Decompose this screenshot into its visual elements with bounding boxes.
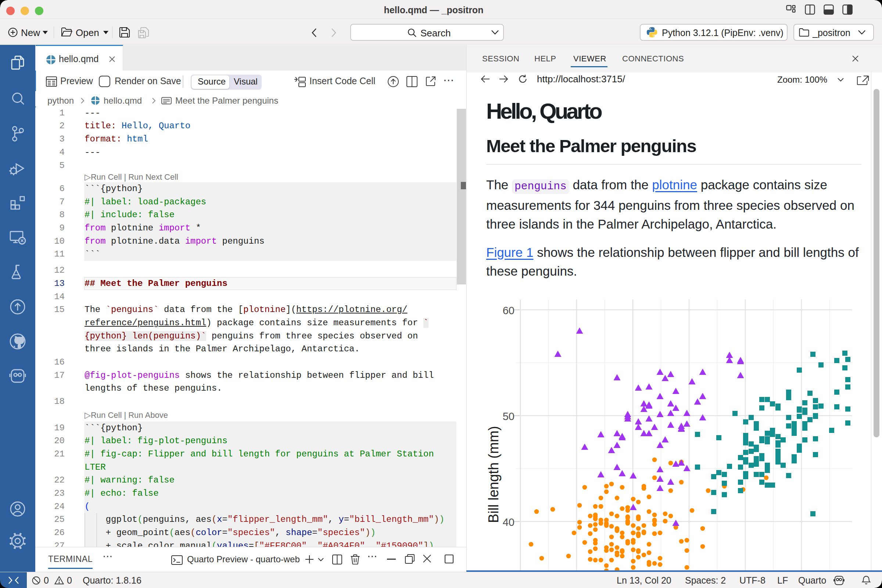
svg-text:60: 60 [503, 304, 514, 316]
svg-text:40: 40 [503, 516, 514, 528]
svg-text:50: 50 [503, 411, 514, 422]
svg-text:Bill length (mm): Bill length (mm) [486, 426, 501, 523]
